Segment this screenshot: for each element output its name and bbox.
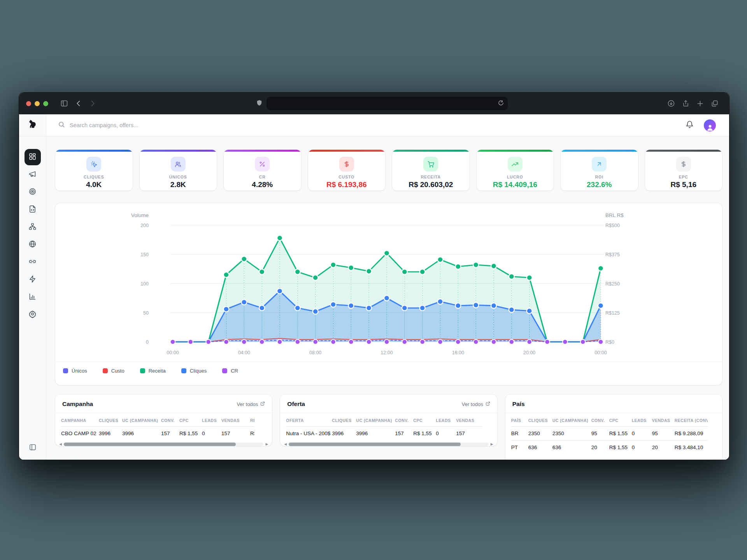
sidebar-item-link[interactable] [25,254,41,270]
table-cell: VENDAS [652,413,675,426]
scroll-right-icon[interactable]: ▶ [491,443,493,446]
scrollbar-track[interactable] [64,443,263,446]
downloads-icon[interactable] [667,100,675,107]
legend-label: Únicos [72,368,87,374]
sidebar-item-gear[interactable] [25,306,41,323]
table-cell: VENDAS [456,413,479,426]
traffic-chart-card: VolumeBRL R$200R$500150R$375100R$25050R$… [55,203,722,385]
tab-overview-icon[interactable] [711,100,719,107]
kpi-accent-bar [645,150,722,152]
sidebar-item-globe[interactable] [25,236,41,253]
user-avatar[interactable] [704,119,716,131]
table-cell: PT [511,441,528,454]
table-card-pa-s: PaísPAÍSCLIQUESUC (CAMPANHA)CONV.CPCLEAD… [505,394,722,460]
kpi-value: R$ 14.409,16 [477,180,554,189]
table-header-row: CAMPANHACLIQUESUC (CAMPANHA)CONV.CPCLEAD… [61,413,254,426]
kpi-card-epc[interactable]: EPCR$ 5,16 [645,149,723,191]
table-cell: VENDAS [221,413,250,426]
kpi-accent-bar [140,150,217,152]
sidebar-item-bar-chart[interactable] [25,289,41,305]
svg-text:20:00: 20:00 [523,350,535,355]
legend-item-cliques[interactable]: Cliques [181,368,207,374]
table-cell: 0 [632,441,652,454]
scrollbar-track[interactable] [289,443,488,446]
table-cell: R$ [250,427,254,440]
horizontal-scrollbar[interactable]: ◀▶ [280,440,497,446]
table-cell: 636 [552,441,591,454]
minimize-button[interactable] [35,101,40,106]
kpi-card-cr[interactable]: CR4.28% [223,149,302,191]
sidebar-item-lightning[interactable] [25,271,41,288]
svg-text:50: 50 [143,310,149,316]
new-tab-icon[interactable] [696,100,704,107]
kpi-card--nicos[interactable]: ÚNICOS2.8K [139,149,217,191]
browser-toolbar [19,93,729,114]
table-cell: 3996 [122,427,161,440]
table-header-row: OFERTACLIQUESUC (CAMPANHA)CONV.CPCLEADSV… [286,413,482,426]
sidebar-toggle-icon[interactable] [60,100,68,107]
kpi-card-roi[interactable]: ROI232.6% [560,149,638,191]
url-field[interactable] [267,97,508,110]
app-body: CLIQUES4.0KÚNICOS2.8KCR4.28%CUSTOR$ 6.19… [19,136,729,460]
table-cell: 157 [395,427,413,440]
table-cell: BR [511,427,528,440]
ver-todos-link[interactable]: Ver todos [237,401,265,407]
app-logo[interactable] [19,114,46,136]
scroll-left-icon[interactable]: ◀ [284,443,287,446]
sidebar-item-sitemap[interactable] [25,219,41,235]
kpi-accent-bar [392,150,470,152]
table-row[interactable]: PT63663620R$ 1,55020R$ 3.484,10 [511,440,708,454]
horizontal-scrollbar[interactable]: ◀▶ [55,440,272,446]
reload-icon[interactable] [498,100,504,107]
ver-todos-link[interactable]: Ver todos [462,401,490,407]
lightning-icon [28,275,37,285]
close-button[interactable] [26,101,31,106]
back-button[interactable] [75,100,82,107]
table-title: País [512,401,525,408]
sidebar-item-file-code[interactable] [25,201,41,218]
table-row[interactable]: BR2350235095R$ 1,55095R$ 9.288,09 [511,426,708,440]
panel-left-icon[interactable] [29,443,37,453]
legend-item-únicos[interactable]: Únicos [63,368,87,374]
table-row[interactable]: Nutra - USA - 200$39963996157R$ 1,550157 [286,426,482,440]
scroll-right-icon[interactable]: ▶ [265,443,268,446]
kpi-card-custo[interactable]: CUSTOR$ 6.193,86 [308,149,386,191]
legend-item-receita[interactable]: Receita [140,368,166,374]
table-row[interactable]: CBO CAMP 0239963996157R$ 1,550157R$ [61,426,254,440]
share-icon[interactable] [682,100,689,107]
legend-item-custo[interactable]: Custo [103,368,124,374]
sidebar-item-megaphone[interactable] [25,166,41,183]
table-cell: LEADS [632,413,652,426]
table-cell: CPC [179,413,202,426]
table-cell: R$ 3.484,10 [675,441,708,454]
search-input[interactable] [70,122,233,128]
kpi-card-receita[interactable]: RECEITAR$ 20.603,02 [392,149,470,191]
table-cell: CPC [413,413,436,426]
external-link-icon [486,401,490,407]
kpi-card-cliques[interactable]: CLIQUES4.0K [55,149,133,191]
forward-button[interactable] [89,100,96,107]
svg-text:200: 200 [140,223,149,228]
zoom-button[interactable] [43,101,48,106]
sidebar-nav [19,136,46,460]
bar-chart-icon [28,292,37,302]
dog-logo-icon [28,119,38,131]
legend-swatch [181,368,186,373]
scrollbar-thumb[interactable] [289,443,461,446]
sidebar-item-dashboard-grid[interactable] [25,149,41,165]
table-cell: 2350 [552,427,591,440]
table-title: Campanha [62,401,93,408]
scrollbar-thumb[interactable] [64,443,236,446]
table-cell: CONV. [591,413,609,426]
notifications-bell-icon[interactable] [686,121,694,130]
traffic-chart[interactable]: VolumeBRL R$200R$500150R$375100R$25050R$… [55,208,722,361]
legend-item-cr[interactable]: CR [222,368,238,374]
kpi-card-lucro[interactable]: LUCROR$ 14.409,16 [476,149,554,191]
header-right [686,119,729,131]
legend-swatch [222,368,227,373]
table-cell: 20 [652,441,675,454]
scroll-left-icon[interactable]: ◀ [59,443,62,446]
sidebar-item-target[interactable] [25,184,41,200]
table-cell: R$ 1,55 [609,427,632,440]
cursor-click-icon [86,157,101,172]
